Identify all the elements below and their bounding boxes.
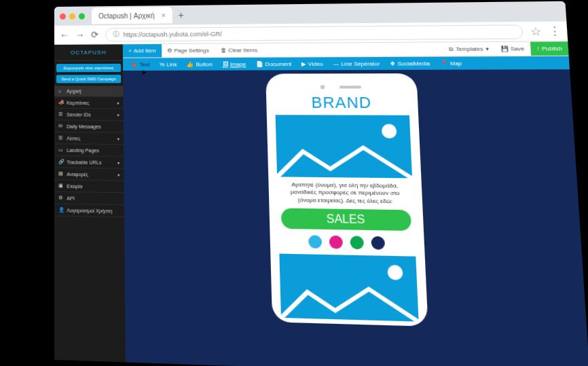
sidebar-item-lists[interactable]: ☰ Λίστες ▾	[54, 132, 124, 145]
browser-tab[interactable]: Octapush | Αρχική ×	[92, 7, 172, 24]
gear-icon: ⚙	[167, 48, 172, 54]
image-placeholder[interactable]	[279, 254, 418, 322]
quick-sms-button[interactable]: Send a Quick SMS Campaign	[56, 75, 121, 83]
tool-image[interactable]: 🖼Image	[217, 60, 251, 67]
building-icon: ▣	[58, 183, 64, 188]
chart-icon: ▤	[58, 171, 64, 177]
color-swatch[interactable]	[329, 236, 343, 249]
document-icon: 📄	[256, 60, 263, 67]
new-tab-button[interactable]: +	[178, 10, 184, 20]
maximize-window-icon[interactable]	[79, 13, 85, 19]
tool-link[interactable]: %Link	[155, 61, 182, 67]
copy-icon: ⧉	[449, 45, 454, 53]
window-controls[interactable]	[60, 13, 85, 19]
close-tab-icon[interactable]: ×	[162, 12, 166, 19]
tool-label: Map	[450, 60, 462, 67]
button-label: Clear Items	[228, 47, 257, 53]
tool-label: Line Seperator	[341, 60, 380, 67]
color-swatch[interactable]	[308, 235, 322, 249]
logo-text: OCTAPUSH	[71, 50, 106, 56]
sidebar-item-label: Trackable URLs	[67, 160, 101, 165]
url-text: https://octapush.yubota.com/el-GR/	[124, 30, 222, 37]
forward-button[interactable]: →	[75, 30, 84, 40]
lock-icon: ⓘ	[113, 30, 119, 39]
tool-social-media[interactable]: ❖SocialMedia	[385, 60, 435, 67]
chevron-down-icon: ▾	[485, 45, 489, 52]
sidebar-item-user-accounts[interactable]: 👤 Λογαριασμοί Χρήστη	[54, 204, 124, 217]
tool-label: Video	[308, 60, 323, 67]
tool-line-separator[interactable]: —Line Seperator	[328, 60, 385, 67]
sidebar-item-label: Daily Messages	[67, 124, 100, 128]
tool-label: Link	[166, 61, 177, 67]
reload-button[interactable]: ⟳	[91, 29, 98, 39]
sidebar-item-landing-pages[interactable]: ▭ Landing Pages	[54, 144, 124, 156]
color-swatch[interactable]	[371, 236, 385, 250]
sidebar-item-label: Αναφορές	[67, 171, 88, 177]
thumb-icon: 👍	[187, 61, 194, 67]
cursor-icon: ➤	[141, 68, 147, 75]
sidebar-item-api[interactable]: ⚙ API	[54, 192, 124, 205]
tool-label: Image	[230, 61, 246, 67]
clear-items-button[interactable]: 🗑Clear Items	[215, 43, 263, 57]
app-root: OCTAPUSH Δημιουργία νέας καμπάνιας Send …	[54, 41, 588, 366]
sidebar-item-label: API	[67, 196, 75, 200]
button-label: Save	[511, 45, 525, 52]
browser-menu-icon[interactable]: ⋮	[549, 24, 562, 38]
sidebar-item-label: Landing Pages	[67, 147, 99, 153]
save-button[interactable]: 💾Save	[494, 42, 531, 56]
phone-notch	[274, 85, 408, 89]
sidebar-item-label: Εταιρία	[67, 183, 82, 189]
sidebar-item-label: Αρχική	[67, 89, 81, 94]
tool-label: Document	[265, 60, 292, 67]
gear-icon: ⚙	[58, 195, 64, 200]
megaphone-icon: 📣	[58, 100, 64, 105]
share-icon: ❖	[390, 60, 395, 67]
templates-button[interactable]: ⧉Templates▾	[443, 42, 495, 56]
sidebar-item-label: Λίστες	[67, 136, 80, 141]
tool-video[interactable]: ▶Video	[297, 60, 329, 67]
tool-label: Button	[196, 61, 213, 67]
sidebar-item-trackable-urls[interactable]: 🔗 Trackable URLs ▾	[54, 156, 124, 169]
id-icon: ☰	[58, 111, 64, 117]
add-item-button[interactable]: +Add Item	[123, 44, 162, 58]
sidebar-item-company[interactable]: ▣ Εταιρία	[54, 180, 124, 193]
color-swatch[interactable]	[350, 236, 364, 249]
url-field[interactable]: ⓘ https://octapush.yubota.com/el-GR/	[105, 24, 523, 41]
sidebar-item-campaigns[interactable]: 📣 Καμπάνιες ▾	[54, 97, 124, 109]
button-label: Page Settings	[174, 48, 209, 54]
camera-icon	[320, 85, 325, 89]
home-icon: ⌂	[58, 89, 64, 94]
app-logo: OCTAPUSH	[54, 44, 123, 61]
sidebar-item-sender-ids[interactable]: ☰ Sender IDs ▾	[54, 109, 124, 121]
image-placeholder[interactable]	[276, 115, 412, 178]
browser-address-bar: ← → ⟳ ⓘ https://octapush.yubota.com/el-G…	[54, 21, 568, 45]
bookmark-icon[interactable]: ☆	[530, 24, 541, 38]
phone-mockup: BRAND Αγαπητέ (όνομα), για όλη την εβδομ…	[268, 75, 426, 324]
new-campaign-button[interactable]: Δημιουργία νέας καμπάνιας	[56, 64, 121, 72]
envelope-icon: ✉	[58, 124, 64, 129]
tool-document[interactable]: 📄Document	[251, 60, 296, 67]
link-icon: 🔗	[58, 159, 64, 164]
sidebar: OCTAPUSH Δημιουργία νέας καμπάνιας Send …	[54, 44, 126, 362]
sidebar-item-home[interactable]: ⌂ Αρχική	[54, 86, 123, 96]
body-text[interactable]: Αγαπητέ (όνομα), για όλη την εβδομάδα, μ…	[277, 181, 414, 206]
tool-text[interactable]: 🔖Text ➤	[126, 61, 155, 67]
page-settings-button[interactable]: ⚙Page Settings	[162, 44, 215, 58]
sidebar-item-daily-messages[interactable]: ✉ Daily Messages	[54, 121, 124, 133]
button-label: Add Item	[134, 48, 156, 54]
minimize-window-icon[interactable]	[69, 13, 75, 19]
sales-cta-button[interactable]: SALES	[281, 208, 411, 231]
chevron-down-icon: ▾	[117, 112, 119, 117]
button-label: Publish	[542, 45, 562, 52]
chevron-down-icon: ▾	[117, 100, 119, 105]
sidebar-item-reports[interactable]: ▤ Αναφορές ▾	[54, 168, 124, 181]
design-canvas[interactable]: BRAND Αγαπητέ (όνομα), για όλη την εβδομ…	[123, 69, 588, 366]
brand-heading[interactable]: BRAND	[275, 94, 409, 113]
tool-map[interactable]: 📍Map	[435, 60, 468, 67]
sidebar-item-label: Καμπάνιες	[67, 100, 89, 105]
tool-button[interactable]: 👍Button	[182, 61, 217, 67]
line-icon: —	[333, 60, 339, 67]
close-window-icon[interactable]	[60, 13, 66, 19]
back-button[interactable]: ←	[60, 30, 69, 40]
publish-button[interactable]: ↑Publish	[530, 41, 569, 56]
